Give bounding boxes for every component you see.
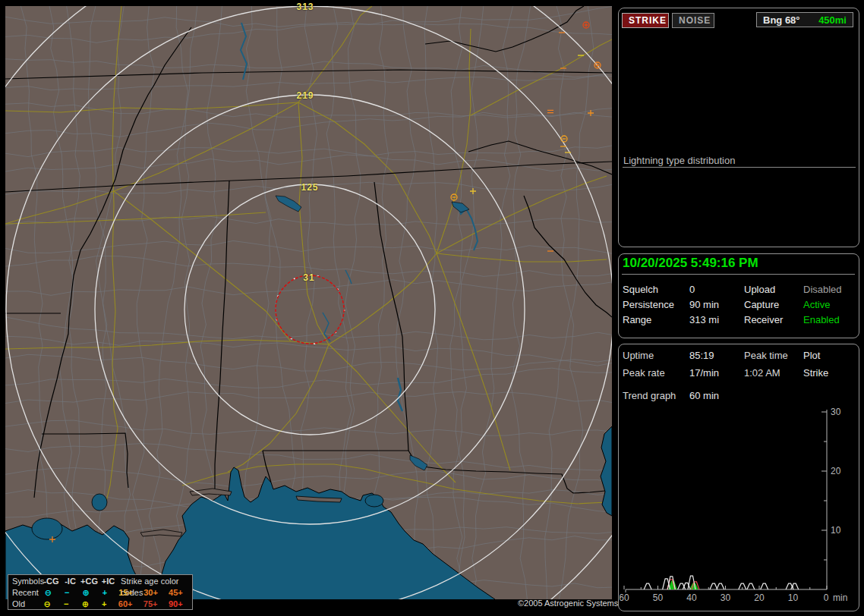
session-label: Uptime [623,350,689,361]
trend-graph-duration: 60 min [689,390,744,401]
age-code-60: 60+ [117,599,142,610]
range-value: 450mi [818,14,847,26]
status-label-2: Upload [744,284,803,295]
age-code-45: 45+ [167,587,192,599]
status-value: 0 [689,284,744,295]
session-col4: Plot [803,350,861,361]
legend-row-label: Recent [12,587,39,599]
neg-ic-symbol-icon: − [58,587,77,599]
status-label: Squelch [623,284,689,295]
trend-graph-label: Trend graph [623,390,689,401]
session-row-0: Uptime85:19Peak timePlot [623,350,861,361]
age-code-15: 15+ [117,587,142,599]
svg-text:20: 20 [831,466,841,476]
legend-row-old: Old⊖−⊕+60+75+90+ [12,599,192,610]
status-value: 90 min [689,299,744,310]
session-col3: 1:02 AM [744,367,803,379]
status-value: 313 mi [689,314,744,325]
legend-col-neg-ic: -IC [61,576,80,587]
range-ring-label-31: 31 [292,272,326,283]
status-row-squelch: Squelch0UploadDisabled [623,284,861,295]
status-value-2: Disabled [803,284,861,295]
status-label: Range [623,314,689,325]
age-code-30: 30+ [142,587,167,599]
datetime-display: 10/20/2025 5:49:16 PM [623,256,758,271]
svg-text:10: 10 [831,525,841,536]
strike-button[interactable]: STRIKE [622,13,669,28]
legend-header-row: Symbols -CG -IC +CG +IC Strike age color… [12,576,192,587]
legend-symbols-header: Symbols [12,576,42,587]
svg-text:0: 0 [824,592,829,603]
noise-button[interactable]: NOISE [672,13,714,28]
legend-row-label: Old [12,599,38,610]
session-col4: Strike [803,367,861,379]
age-code-75: 75+ [142,599,167,610]
pos-ic-symbol-icon: + [95,599,114,610]
session-label: Peak rate [623,367,689,379]
status-value-2: Active [803,299,861,310]
svg-text:10: 10 [788,592,799,603]
status-row-persistence: Persistence90 minCaptureActive [623,299,861,310]
svg-text:50: 50 [653,592,664,603]
session-value: 85:19 [689,350,744,361]
status-label: Persistence [623,299,689,310]
range-ring-label-313: 313 [289,2,322,12]
legend-age-header: Strike age color codes [118,576,192,587]
neg-cg-symbol-icon: ⊖ [38,599,57,610]
legend-col-pos-ic: +IC [99,576,118,587]
status-value-2: Enabled [803,314,861,325]
legend-col-neg-cg: -CG [42,576,61,587]
stats-panel: STRIKE NOISE Bng 68° 450mi Strikes/min1T… [618,8,859,247]
neg-ic-symbol-icon: − [57,599,76,610]
distribution-header: Lightning type distribution [623,155,735,166]
app-window: { "panel": { "strike_button": "STRIKE", … [0,0,864,616]
trend-graph-chart: 1020306050403020100min [620,404,856,610]
svg-text:20: 20 [754,592,765,603]
pos-cg-symbol-icon: ⊕ [77,587,96,599]
pos-ic-symbol-icon: + [95,587,114,599]
svg-text:min: min [833,592,847,603]
svg-text:40: 40 [686,592,697,603]
neg-cg-symbol-icon: ⊖ [39,587,58,599]
range-ring-label-219: 219 [289,90,322,101]
session-col3: Peak time [744,350,803,361]
trend-axes: 1020306050403020100min [620,407,847,603]
svg-text:30: 30 [721,592,731,603]
trend-graph-row: Trend graph 60 min [623,390,744,401]
map-legend: Symbols -CG -IC +CG +IC Strike age color… [8,574,193,610]
bearing-value: Bng 68° [763,14,800,26]
status-row-range: Range313 miReceiverEnabled [623,314,861,325]
session-value: 17/min [689,367,744,379]
svg-text:60: 60 [620,592,629,603]
copyright-text: ©2005 Astrogenic Systems [518,599,616,608]
status-label-2: Receiver [744,314,803,325]
age-code-90: 90+ [167,599,192,610]
pos-cg-symbol-icon: ⊕ [76,599,95,610]
session-row-1: Peak rate17/min1:02 AMStrike [623,367,861,379]
bearing-range-readout: Bng 68° 450mi [756,12,853,27]
svg-text:30: 30 [831,407,841,417]
status-label-2: Capture [744,299,803,310]
legend-col-pos-cg: +CG [80,576,99,587]
range-ring-label-125: 125 [293,182,326,193]
legend-row-recent: Recent⊖−⊕+15+30+45+ [12,587,192,599]
trend-series-strike-rate-white [644,576,799,589]
